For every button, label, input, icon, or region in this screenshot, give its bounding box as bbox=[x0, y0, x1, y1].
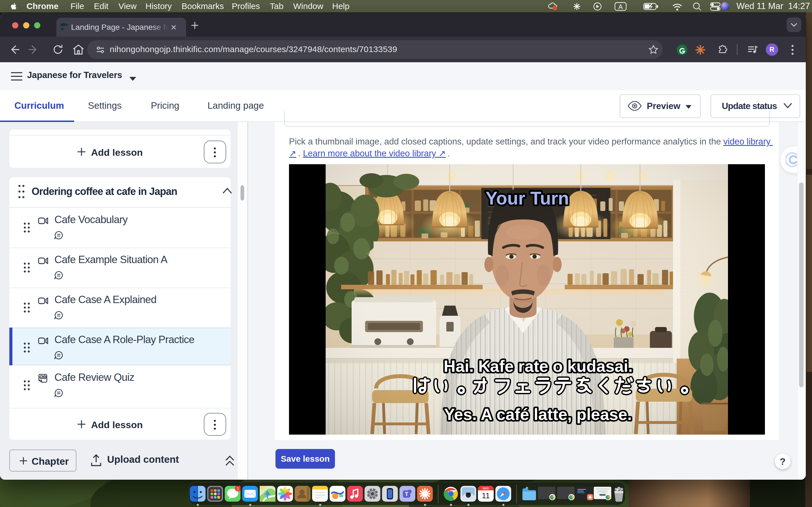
svg-text:Your Turn: Your Turn bbox=[486, 188, 569, 209]
svg-text:1: 1 bbox=[237, 486, 239, 491]
svg-text:MAR: MAR bbox=[483, 487, 489, 490]
svg-text:Yes. A café latte, please.: Yes. A café latte, please. bbox=[444, 405, 632, 424]
svg-text:A: A bbox=[618, 3, 623, 11]
svg-text:T: T bbox=[405, 491, 408, 497]
svg-text:11: 11 bbox=[481, 491, 490, 500]
svg-text:Hai. Kafe rate o kudasai.: Hai. Kafe rate o kudasai. bbox=[444, 357, 633, 375]
